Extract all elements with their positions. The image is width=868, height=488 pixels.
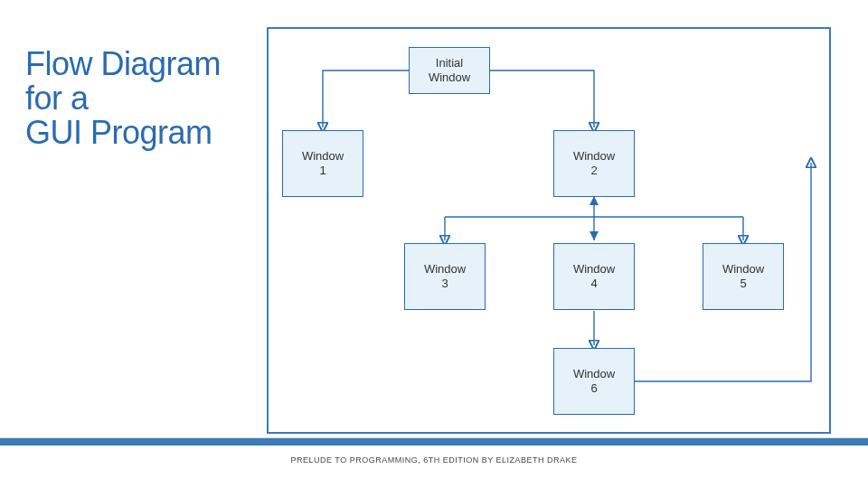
node-label: Window — [410, 70, 489, 85]
node-label: 5 — [703, 277, 783, 291]
node-label: Window — [554, 367, 634, 381]
node-label: 4 — [554, 277, 634, 291]
node-label: Window — [554, 149, 634, 164]
node-window-6: Window 6 — [553, 348, 635, 415]
node-window-5: Window 5 — [703, 243, 784, 310]
title-line-2: for a — [25, 81, 221, 116]
flow-lines — [269, 29, 833, 436]
footer-text: PRELUDE TO PROGRAMMING, 6TH EDITION BY E… — [0, 455, 868, 465]
node-label: Window — [283, 149, 363, 164]
footer-bar — [0, 437, 868, 446]
svg-marker-4 — [590, 196, 599, 205]
node-window-3: Window 3 — [404, 243, 486, 310]
node-label: Window — [554, 262, 634, 277]
svg-marker-3 — [590, 231, 599, 240]
node-window-2: Window 2 — [553, 130, 635, 197]
node-initial: Initial Window — [409, 47, 490, 94]
node-label: 3 — [405, 277, 485, 291]
node-window-1: Window 1 — [282, 130, 363, 197]
node-label: 2 — [554, 164, 634, 178]
node-label: 1 — [283, 164, 363, 178]
page-title: Flow Diagram for a GUI Program — [25, 47, 221, 149]
node-label: Window — [405, 262, 485, 277]
title-line-1: Flow Diagram — [25, 47, 221, 81]
title-line-3: GUI Program — [25, 116, 221, 150]
node-label: Window — [703, 262, 783, 277]
node-window-4: Window 4 — [553, 243, 635, 310]
slide: Flow Diagram for a GUI Program — [0, 0, 868, 488]
diagram-frame: Initial Window Window 1 Window 2 Window … — [267, 27, 831, 434]
node-label: Initial — [410, 56, 489, 70]
node-label: 6 — [554, 381, 634, 396]
